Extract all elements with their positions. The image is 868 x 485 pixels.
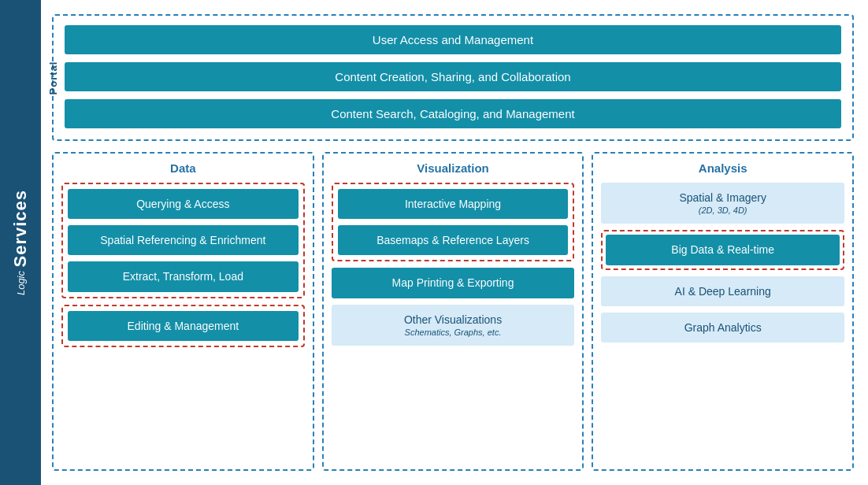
viz-item-other: Other Visualizations Schematics, Graphs,… bbox=[332, 305, 575, 346]
sidebar-services-label: Services bbox=[10, 190, 31, 268]
analysis-item-spatial: Spatial & Imagery (2D, 3D, 4D) bbox=[601, 183, 844, 224]
services-section: Data Querying & Access Spatial Referenci… bbox=[52, 152, 854, 471]
analysis-red-highlight: Big Data & Real-time bbox=[601, 230, 844, 269]
data-red-highlight-editing: Editing & Management bbox=[61, 305, 305, 347]
data-column: Data Querying & Access Spatial Referenci… bbox=[52, 152, 314, 471]
visualization-items: Interactive Mapping Basemaps & Reference… bbox=[332, 183, 575, 346]
data-item-editing: Editing & Management bbox=[68, 311, 299, 341]
analysis-item-bigdata: Big Data & Real-time bbox=[606, 235, 840, 265]
data-title: Data bbox=[61, 161, 305, 175]
data-items: Querying & Access Spatial Referencing & … bbox=[61, 183, 305, 347]
left-sidebar: Services Logic bbox=[0, 0, 41, 485]
data-item-spatial-ref: Spatial Referencing & Enrichment bbox=[68, 225, 299, 255]
analysis-item-graph: Graph Analytics bbox=[601, 313, 844, 342]
sidebar-logic-label: Logic bbox=[15, 271, 27, 295]
visualization-red-highlight: Interactive Mapping Basemaps & Reference… bbox=[332, 183, 575, 261]
portal-rows: User Access and Management Content Creat… bbox=[65, 25, 841, 128]
viz-item-basemaps: Basemaps & Reference Layers bbox=[338, 225, 569, 255]
viz-item-interactive: Interactive Mapping bbox=[338, 189, 569, 219]
analysis-item-ai: AI & Deep Learning bbox=[601, 276, 844, 306]
portal-label: Portal bbox=[47, 61, 59, 94]
portal-bar-content-search: Content Search, Cataloging, and Manageme… bbox=[65, 99, 841, 128]
data-item-etl: Extract, Transform, Load bbox=[68, 261, 299, 291]
portal-section: Portal User Access and Management Conten… bbox=[52, 14, 854, 141]
portal-bar-content-creation: Content Creation, Sharing, and Collabora… bbox=[65, 62, 841, 91]
portal-bar-user-access: User Access and Management bbox=[65, 25, 841, 54]
data-item-querying: Querying & Access bbox=[68, 189, 299, 219]
analysis-items: Spatial & Imagery (2D, 3D, 4D) Big Data … bbox=[601, 183, 844, 342]
visualization-column: Visualization Interactive Mapping Basema… bbox=[322, 152, 584, 471]
analysis-column: Analysis Spatial & Imagery (2D, 3D, 4D) … bbox=[592, 152, 854, 471]
viz-item-printing: Map Printing & Exporting bbox=[332, 268, 575, 298]
visualization-title: Visualization bbox=[332, 161, 575, 175]
analysis-title: Analysis bbox=[601, 161, 844, 175]
data-red-highlight: Querying & Access Spatial Referencing & … bbox=[61, 183, 305, 298]
main-content: Portal User Access and Management Conten… bbox=[41, 0, 868, 485]
